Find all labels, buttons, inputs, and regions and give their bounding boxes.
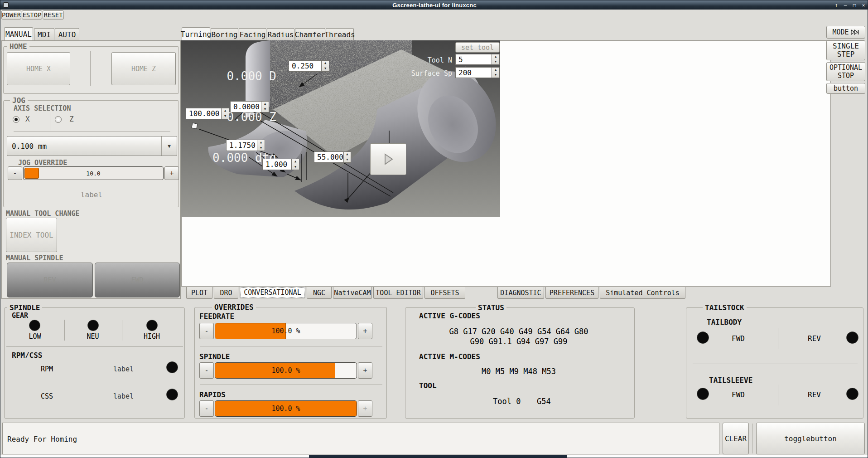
tailbody-fwd-led (697, 331, 709, 344)
tab-offsets[interactable]: OFFSETS (424, 287, 465, 299)
feedrate-plus-button[interactable]: + (358, 323, 372, 339)
set-tool-button[interactable]: set tool (455, 42, 500, 53)
clear-button[interactable]: CLEAR (723, 423, 749, 454)
rapids-slider[interactable]: 100.0 % (215, 400, 357, 417)
jog-override-value: 10.0 (24, 167, 163, 180)
tab-diagnostic[interactable]: DIAGNOSTIC (497, 287, 544, 299)
spinner-arrows-icon[interactable]: ▲▼ (261, 101, 269, 112)
tab-boring[interactable]: Boring (211, 28, 238, 40)
minimize-window-icon[interactable]: — (842, 2, 849, 8)
window-icon (3, 2, 9, 8)
tailbody-fwd-label[interactable]: FWD (732, 334, 745, 343)
jog-frame: JOG AXIS SELECTION X Z 0.100 mm ▼ JOG OV… (3, 100, 179, 207)
tab-chamfer[interactable]: Chamfer (295, 28, 325, 40)
feedrate-value: 100.0 % (215, 323, 357, 339)
active-mcodes-label: ACTIVE M-CODES (419, 352, 480, 361)
rpm-row-value: label (113, 365, 134, 373)
active-gcodes-line1: G8 G17 G20 G40 G49 G54 G64 G80 (415, 327, 623, 336)
dimension-spinbox[interactable]: 55.000 ▲▼ (314, 151, 351, 163)
axis-x-radio[interactable] (13, 116, 19, 123)
tab-tool-editor[interactable]: TOOL EDITOR (373, 287, 423, 299)
tab-dro[interactable]: DRO (214, 287, 238, 299)
tab-mdi[interactable]: MDI (34, 28, 54, 40)
gear-neu-label[interactable]: NEU (76, 332, 110, 341)
chevron-down-icon: ▼ (161, 136, 177, 156)
maximize-window-icon[interactable]: □ (851, 2, 858, 8)
rpm-led (166, 361, 178, 373)
css-row-label: CSS (41, 392, 53, 400)
optional-stop-button[interactable]: OPTIONAL STOP (826, 62, 865, 81)
single-step-button[interactable]: SINGLE STEP (826, 40, 865, 60)
tool-section-label: TOOL (419, 381, 437, 390)
close-window-icon[interactable]: ✕ (860, 2, 867, 8)
tab-simulated-controls[interactable]: Simulated Controls (600, 287, 685, 299)
spinner-arrows-icon[interactable]: ▲▼ (291, 159, 299, 170)
spindle-fwd-button[interactable]: FWD (95, 263, 180, 297)
jog-override-slider[interactable]: 10.0 (23, 166, 164, 180)
tab-conversational[interactable]: CONVERSATIONAL (240, 287, 305, 298)
spindle-slider[interactable]: 100.0 % (215, 362, 357, 379)
gear-label: GEAR (12, 312, 28, 320)
spindle-plus-button[interactable]: + (358, 362, 372, 379)
active-mcodes-line: M0 M5 M9 M48 M53 (415, 367, 623, 376)
tab-manual[interactable]: MANUAL (4, 27, 33, 40)
generic-button[interactable]: button (826, 83, 865, 94)
tab-threads[interactable]: Threads (326, 28, 354, 40)
estop-button[interactable]: ESTOP (22, 10, 42, 19)
jog-increment-combobox[interactable]: 0.100 mm ▼ (7, 136, 177, 156)
power-button[interactable]: POWER (1, 10, 21, 19)
jog-override-minus-button[interactable]: - (8, 166, 22, 180)
spinner-arrows-icon[interactable]: ▲▼ (492, 54, 500, 65)
dimension-spinbox[interactable]: 1.1750 ▲▼ (226, 140, 265, 151)
home-z-button[interactable]: HOME Z (111, 52, 176, 85)
play-icon (381, 152, 395, 166)
axis-separator (50, 112, 50, 131)
tool-n-spinbox[interactable]: 5 ▲▼ (455, 54, 500, 65)
index-tool-button[interactable]: INDEX TOOL (6, 218, 57, 252)
feedrate-minus-button[interactable]: - (199, 323, 214, 339)
window-title: Gscreen-lathe-ui for linuxcnc (392, 2, 477, 9)
tab-ngc[interactable]: NGC (307, 287, 332, 299)
axis-z-radio[interactable] (55, 116, 62, 123)
tab-plot[interactable]: PLOT (186, 287, 212, 299)
surface-speed-spinbox[interactable]: 200 ▲▼ (455, 67, 500, 78)
tailbody-rev-label[interactable]: REV (808, 334, 821, 343)
gear-high-label[interactable]: HIGH (135, 332, 169, 341)
spinner-arrows-icon[interactable]: ▲▼ (343, 151, 351, 163)
axis-x-label: X (25, 115, 30, 123)
tailsleeve-rev-label[interactable]: REV (808, 390, 821, 399)
home-frame-title: HOME (7, 42, 29, 51)
spindle-minus-button[interactable]: - (199, 362, 214, 379)
home-x-button[interactable]: HOME X (7, 52, 70, 85)
tab-facing[interactable]: Facing (239, 28, 266, 40)
shade-window-icon[interactable]: ↑ (833, 2, 839, 8)
axis-z-label: Z (69, 115, 74, 123)
feedrate-slider[interactable]: 100.0 % (215, 323, 357, 339)
tab-auto[interactable]: AUTO (55, 28, 79, 40)
spinner-arrows-icon[interactable]: ▲▼ (221, 108, 229, 119)
reset-button[interactable]: RESET (43, 10, 64, 19)
dimension-spinbox[interactable]: 0.250 ▲▼ (289, 60, 329, 72)
rapids-minus-button[interactable]: - (199, 400, 214, 417)
dimension-spinbox[interactable]: 1.000 ▲▼ (262, 159, 299, 170)
gear-high-led (146, 320, 158, 331)
mode-button[interactable]: MODE (826, 26, 865, 39)
tab-turning[interactable]: Turning (182, 27, 210, 40)
spinner-arrows-icon[interactable]: ▲▼ (257, 140, 265, 151)
gear-low-label[interactable]: LOW (18, 332, 52, 341)
dimension-spinbox[interactable]: 100.000 ▲▼ (186, 108, 229, 119)
spinner-arrows-icon[interactable]: ▲▼ (492, 67, 500, 78)
spinner-arrows-icon[interactable]: ▲▼ (321, 60, 329, 72)
tab-radius[interactable]: Radius (267, 28, 294, 40)
toggle-button[interactable]: togglebutton (756, 423, 865, 454)
spindle-rev-button[interactable]: REV (7, 263, 93, 297)
tab-preferences[interactable]: PREFERENCES (545, 287, 598, 299)
rapids-label: RAPIDS (199, 390, 226, 399)
tailsleeve-fwd-label[interactable]: FWD (732, 390, 745, 399)
jog-override-plus-button[interactable]: + (164, 166, 179, 180)
tab-nativecam[interactable]: NativeCAM (333, 287, 372, 299)
rapids-plus-button[interactable]: + (358, 400, 372, 417)
titlebar[interactable]: Gscreen-lathe-ui for linuxcnc ↑ — □ ✕ (0, 0, 868, 10)
run-program-button[interactable] (370, 143, 406, 175)
dimension-spinbox[interactable]: 0.0000 ▲▼ (230, 101, 269, 112)
